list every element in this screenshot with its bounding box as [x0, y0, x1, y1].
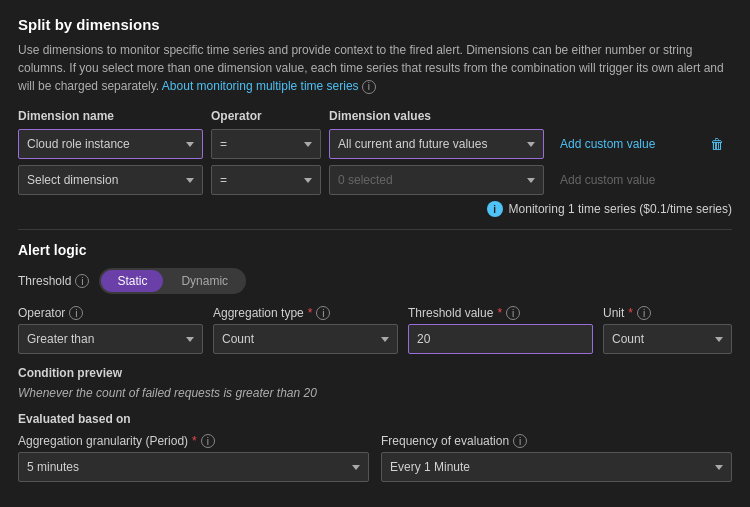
frequency-label: Frequency of evaluation i — [381, 434, 732, 448]
aggregation-type-label: Aggregation type * i — [213, 306, 398, 320]
required-star-unit: * — [628, 306, 633, 320]
description-text: Use dimensions to monitor specific time … — [18, 41, 732, 95]
info-icon-unit[interactable]: i — [637, 306, 651, 320]
main-container: Split by dimensions Use dimensions to mo… — [0, 0, 750, 498]
add-custom-link-1[interactable]: Add custom value — [560, 137, 655, 151]
info-icon-threshold[interactable]: i — [75, 274, 89, 288]
operator-field-label: Operator i — [18, 306, 203, 320]
alert-logic-title: Alert logic — [18, 242, 732, 258]
info-icon-threshold-value[interactable]: i — [506, 306, 520, 320]
monitoring-info-text: Monitoring 1 time series ($0.1/time seri… — [509, 202, 732, 216]
chevron-down-icon — [527, 142, 535, 147]
frequency-dropdown[interactable]: Every 1 Minute — [381, 452, 732, 482]
monitoring-info-bar: i Monitoring 1 time series ($0.1/time se… — [18, 201, 732, 217]
dimension-values-dropdown-1[interactable]: All current and future values — [329, 129, 544, 159]
chevron-down-icon — [715, 465, 723, 470]
info-icon-operator[interactable]: i — [69, 306, 83, 320]
add-custom-area-1: Add custom value 🗑 — [552, 129, 732, 159]
chevron-down-icon — [186, 142, 194, 147]
aggregation-granularity-field: Aggregation granularity (Period) * i 5 m… — [18, 434, 369, 482]
unit-label: Unit * i — [603, 306, 732, 320]
dimension-name-dropdown-1[interactable]: Cloud role instance — [18, 129, 203, 159]
dimension-row-1: Cloud role instance = All current and fu… — [18, 129, 732, 159]
aggregation-type-dropdown[interactable]: Count — [213, 324, 398, 354]
info-icon-aggregation[interactable]: i — [316, 306, 330, 320]
evaluated-based-on-title: Evaluated based on — [18, 412, 732, 426]
chevron-down-icon — [352, 465, 360, 470]
chevron-down-icon — [527, 178, 535, 183]
static-toggle-button[interactable]: Static — [101, 270, 163, 292]
frequency-evaluation-field: Frequency of evaluation i Every 1 Minute — [381, 434, 732, 482]
chevron-down-icon — [715, 337, 723, 342]
unit-dropdown[interactable]: Count — [603, 324, 732, 354]
required-star-threshold: * — [497, 306, 502, 320]
dynamic-toggle-button[interactable]: Dynamic — [165, 270, 244, 292]
header-operator: Operator — [211, 109, 321, 123]
eval-row: Aggregation granularity (Period) * i 5 m… — [18, 434, 732, 482]
section-title: Split by dimensions — [18, 16, 732, 33]
operator-select-dropdown[interactable]: Greater than — [18, 324, 203, 354]
dimension-row-2: Select dimension = 0 selected Add custom… — [18, 165, 732, 195]
info-icon-description[interactable]: i — [362, 80, 376, 94]
info-icon-frequency[interactable]: i — [513, 434, 527, 448]
dimension-name-dropdown-2[interactable]: Select dimension — [18, 165, 203, 195]
info-icon-granularity[interactable]: i — [201, 434, 215, 448]
condition-preview-title: Condition preview — [18, 366, 732, 380]
add-custom-disabled-2: Add custom value — [552, 165, 732, 195]
threshold-value-input[interactable]: 20 — [408, 324, 593, 354]
section-divider — [18, 229, 732, 230]
header-dimension-name: Dimension name — [18, 109, 203, 123]
aggregation-type-field: Aggregation type * i Count — [213, 306, 398, 354]
chevron-down-icon — [186, 337, 194, 342]
threshold-row: Threshold i Static Dynamic — [18, 268, 732, 294]
chevron-down-icon — [304, 142, 312, 147]
required-star-aggregation: * — [308, 306, 313, 320]
operator-field: Operator i Greater than — [18, 306, 203, 354]
threshold-toggle-group: Static Dynamic — [99, 268, 246, 294]
threshold-label: Threshold i — [18, 274, 89, 288]
dimension-values-dropdown-2[interactable]: 0 selected — [329, 165, 544, 195]
condition-preview-text: Whenever the count of failed requests is… — [18, 386, 732, 400]
header-dimension-values: Dimension values — [329, 109, 544, 123]
monitoring-info-badge-icon: i — [487, 201, 503, 217]
aggregation-granularity-label: Aggregation granularity (Period) * i — [18, 434, 369, 448]
about-monitoring-link[interactable]: About monitoring multiple time series — [162, 79, 359, 93]
operator-dropdown-1[interactable]: = — [211, 129, 321, 159]
chevron-down-icon — [186, 178, 194, 183]
alert-logic-form-row: Operator i Greater than Aggregation type… — [18, 306, 732, 354]
dimension-table-header: Dimension name Operator Dimension values — [18, 109, 732, 123]
required-star-granularity: * — [192, 434, 197, 448]
aggregation-granularity-dropdown[interactable]: 5 minutes — [18, 452, 369, 482]
trash-icon-1[interactable]: 🗑 — [710, 136, 724, 152]
unit-field: Unit * i Count — [603, 306, 732, 354]
threshold-value-field: Threshold value * i 20 — [408, 306, 593, 354]
threshold-value-label: Threshold value * i — [408, 306, 593, 320]
chevron-down-icon — [381, 337, 389, 342]
operator-dropdown-2[interactable]: = — [211, 165, 321, 195]
chevron-down-icon — [304, 178, 312, 183]
